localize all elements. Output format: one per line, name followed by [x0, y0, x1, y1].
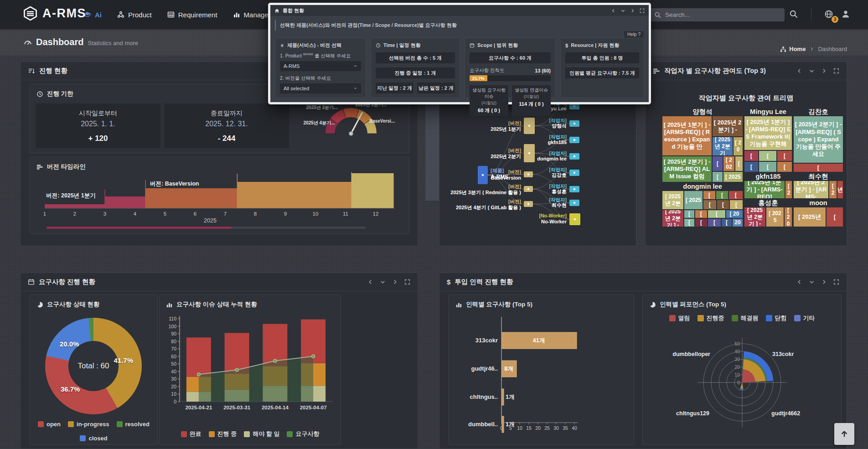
legend-item[interactable]: 닫힘: [766, 314, 787, 322]
treemap-tile[interactable]: [: [708, 210, 725, 218]
treemap-tile[interactable]: [ 2025년 2분기 ] - [ARMS-REQ] ALM Issue 컬럼: [662, 156, 712, 182]
chevron-left-icon[interactable]: [796, 68, 802, 74]
legend-item[interactable]: 해야 할 일: [244, 430, 279, 438]
chevron-right-icon[interactable]: [821, 279, 827, 285]
chevron-right-icon[interactable]: [630, 8, 635, 13]
menu-item-product[interactable]: Product: [117, 11, 152, 19]
version-timeline-chart[interactable]: 버전: 2025년 1분기버전: BaseVersion123456789101…: [34, 172, 406, 224]
legend-item[interactable]: closed: [80, 435, 107, 442]
treemap-tile[interactable]: [: [744, 151, 758, 161]
treemap-tile[interactable]: [ 20: [785, 207, 792, 227]
chevron-down-icon[interactable]: [809, 279, 815, 285]
treemap-tile[interactable]: [: [759, 162, 776, 172]
timeline-bar[interactable]: [145, 188, 237, 208]
legend-item[interactable]: 해결됨: [732, 314, 759, 322]
legend-item[interactable]: 진행 중: [209, 430, 237, 438]
treemap-tile[interactable]: [ 2025년 2분: [662, 191, 683, 209]
treemap-tile[interactable]: [: [713, 156, 723, 171]
treemap-tile[interactable]: [: [717, 200, 729, 209]
app-logo[interactable]: A-RMS: [23, 6, 86, 21]
expand-icon[interactable]: [640, 8, 645, 13]
legend-item[interactable]: resolved: [117, 421, 150, 428]
help-button[interactable]: Help ?: [624, 31, 644, 38]
treemap-tile[interactable]: [ 20: [734, 137, 743, 155]
treemap-tile[interactable]: [: [730, 200, 743, 209]
gauge-segment[interactable]: [343, 108, 358, 118]
treemap-tile[interactable]: [ 2: [829, 181, 837, 198]
treemap-tile[interactable]: [: [703, 200, 716, 209]
worker-req-chart[interactable]: 0510152025303540313cokr41개gudtjr46..8개ch…: [454, 313, 630, 440]
treemap-tile[interactable]: [ 2025년 2분기 ] -: [744, 207, 765, 227]
treemap-tile[interactable]: [ 2025: [766, 207, 784, 227]
chevron-left-icon[interactable]: [367, 279, 373, 285]
breadcrumb-home[interactable]: Home: [780, 46, 806, 52]
legend-item[interactable]: in-progress: [68, 421, 109, 428]
menu-item-ai[interactable]: Ai: [83, 11, 102, 19]
version-gauge-chart[interactable]: 2025년 4분기...2025년 3분기...2025년 2분기..2025년…: [304, 97, 400, 153]
legend-item[interactable]: 기타: [794, 314, 815, 322]
treemap-tile[interactable]: [: [716, 191, 728, 199]
expand-icon[interactable]: [833, 68, 839, 74]
chevron-down-icon[interactable]: [620, 8, 625, 13]
treemap-tile[interactable]: [ 2025년 1분기 ] - [ARMS-REQ] ( Resource ) …: [662, 116, 712, 155]
treemap-tile[interactable]: [: [827, 207, 843, 227]
search-input[interactable]: [665, 11, 780, 18]
treemap-tile[interactable]: [ 2025년 2분기 ] -: [713, 116, 743, 136]
line-point[interactable]: [274, 359, 277, 363]
treemap-tile[interactable]: [ 2025년 1분기 ] - [ARMS-REQ]: [744, 181, 785, 198]
chevron-down-icon[interactable]: [380, 279, 386, 285]
hbar-bar[interactable]: [502, 389, 504, 405]
treemap-tile[interactable]: [ 2025년 2분기 ] - [ARMS-: [794, 181, 828, 198]
issue-stack-chart[interactable]: 01020304050607080901001102025-04-212025-…: [164, 312, 337, 427]
treemap-tile[interactable]: [ 2025: [723, 172, 743, 182]
chevron-left-icon[interactable]: [796, 279, 802, 285]
treemap-tile[interactable]: 20: [733, 219, 743, 227]
treemap-tile[interactable]: [: [713, 172, 723, 182]
line-point[interactable]: [311, 355, 315, 358]
treemap-tile[interactable]: [: [695, 210, 707, 218]
treemap-tile[interactable]: [ 2025년 1분기 ] - [ARMS-REQ] ES Framework …: [744, 116, 792, 150]
treemap-tile[interactable]: [: [708, 219, 721, 227]
expand-icon[interactable]: [404, 279, 410, 285]
legend-item[interactable]: 요구사항: [287, 430, 319, 438]
treemap-tile[interactable]: [ 2025: [684, 191, 703, 209]
treemap-tile[interactable]: [ 20: [726, 210, 743, 218]
chevron-right-icon[interactable]: [821, 68, 827, 74]
treemap-tile[interactable]: [: [794, 164, 843, 172]
treemap-tile[interactable]: [: [684, 219, 694, 227]
timeline-bar[interactable]: [351, 173, 393, 208]
treemap-tile[interactable]: [: [722, 219, 732, 227]
product-select[interactable]: A-RMS: [280, 61, 361, 71]
performance-polar-chart[interactable]: 01020304050dumbbelloper313cokrchltngus12…: [646, 327, 838, 441]
polar-wedge[interactable]: [740, 382, 744, 389]
line-point[interactable]: [197, 373, 201, 377]
treemap-tile[interactable]: [: [777, 151, 792, 161]
chevron-down-icon[interactable]: [809, 68, 815, 74]
menu-item-requirement[interactable]: Requirement: [167, 11, 217, 19]
hbar-bar[interactable]: [502, 416, 504, 433]
treemap-tile[interactable]: [: [729, 191, 743, 199]
treemap-tile[interactable]: [: [703, 191, 715, 199]
treemap-tile[interactable]: [ 2: [785, 181, 792, 198]
treemap-tile[interactable]: [: [744, 162, 758, 172]
timeline-bar[interactable]: [105, 196, 145, 208]
treemap-tile[interactable]: [ 2025년 2분기 ] -: [662, 210, 683, 227]
status-donut-chart[interactable]: Total : 60 41.7%36.7%20.0%: [45, 318, 142, 414]
chevron-right-icon[interactable]: [392, 279, 398, 285]
version-select[interactable]: All selected: [280, 83, 361, 93]
search-button[interactable]: [789, 10, 798, 18]
legend-item[interactable]: 진행중: [698, 314, 724, 322]
treemap-tile[interactable]: 년: [837, 181, 843, 198]
legend-item[interactable]: open: [38, 421, 61, 428]
scroll-top-button[interactable]: [834, 423, 854, 445]
treemap-tile[interactable]: [ 2025년: [794, 207, 826, 227]
stack-bar-segment[interactable]: [186, 337, 211, 377]
line-point[interactable]: [235, 368, 239, 372]
treemap-tile[interactable]: [: [777, 162, 792, 172]
user-button[interactable]: [841, 10, 850, 19]
treemap-tile[interactable]: [: [695, 219, 707, 227]
treemap-tile[interactable]: [ 2025년 2분기 ] - [ARMS-REQ] ( Scope ) Exp…: [794, 116, 843, 163]
expand-icon[interactable]: [833, 279, 839, 285]
treemap-tile[interactable]: [: [759, 151, 776, 161]
treemap-tile[interactable]: [: [684, 210, 694, 218]
